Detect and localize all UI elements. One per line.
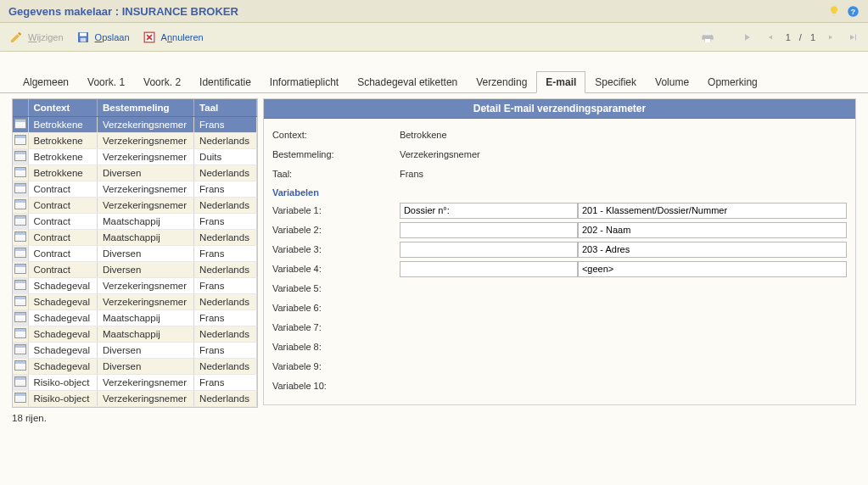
row-selector-icon[interactable] xyxy=(13,294,28,310)
bestemmeling-label: Bestemmeling: xyxy=(272,149,400,159)
cell: Betrokkene xyxy=(28,149,98,165)
cell: Contract xyxy=(28,230,98,246)
tab-schadegeval-etiketten[interactable]: Schadegeval etiketten xyxy=(348,71,467,93)
nav-next-icon[interactable] xyxy=(824,31,837,44)
cell: Verzekeringsnemer xyxy=(98,149,194,165)
table-row[interactable]: ContractVerzekeringsnemerNederlands xyxy=(13,198,256,214)
variable-lookup-input[interactable] xyxy=(578,261,847,277)
table-row[interactable]: ContractMaatschappijNederlands xyxy=(13,230,256,246)
row-selector-icon[interactable] xyxy=(13,262,28,278)
row-selector-icon[interactable] xyxy=(13,165,28,181)
save-button[interactable]: Opslaan xyxy=(76,30,130,45)
row-selector-icon[interactable] xyxy=(13,375,28,391)
save-label[interactable]: Opslaan xyxy=(95,32,130,42)
tab-algemeen[interactable]: Algemeen xyxy=(14,71,78,93)
cell: Diversen xyxy=(98,262,194,278)
variable-text-input[interactable] xyxy=(400,222,578,238)
row-selector-icon[interactable] xyxy=(13,326,28,343)
table-row[interactable]: ContractDiversenNederlands xyxy=(13,262,256,278)
row-selector-icon[interactable] xyxy=(13,343,28,359)
grid: ContextBestemmelingTaal BetrokkeneVerzek… xyxy=(12,98,258,408)
variable-text-input[interactable] xyxy=(400,203,578,219)
row-selector-icon[interactable] xyxy=(13,391,28,407)
svg-rect-8 xyxy=(745,34,746,40)
row-selector-icon[interactable] xyxy=(13,198,28,214)
variable-lookup-input[interactable] xyxy=(578,242,847,258)
save-icon xyxy=(76,30,91,45)
toolbar: Wijzigen Opslaan Annuleren 1 / 1 xyxy=(0,23,868,52)
table-row[interactable]: ContractDiversenFrans xyxy=(13,246,256,262)
tab-voork-2[interactable]: Voork. 2 xyxy=(134,71,190,93)
variable-lookup-input[interactable] xyxy=(578,203,847,219)
cancel-button[interactable]: Annuleren xyxy=(142,30,204,45)
cell: Contract xyxy=(28,262,98,278)
lightbulb-icon[interactable] xyxy=(827,4,841,18)
col-context[interactable]: Context xyxy=(28,99,98,117)
row-selector-icon[interactable] xyxy=(13,181,28,198)
table-row[interactable]: Risiko-objectVerzekeringsnemerFrans xyxy=(13,375,256,391)
cell: Diversen xyxy=(98,343,194,359)
cell: Diversen xyxy=(98,246,194,262)
variable-label: Variabele 5: xyxy=(272,283,400,293)
bestemmeling-value: Verzekeringsnemer xyxy=(400,149,480,159)
edit-label: Wijzigen xyxy=(28,32,64,42)
table-row[interactable]: SchadegevalVerzekeringsnemerNederlands xyxy=(13,294,256,310)
nav-prev-icon[interactable] xyxy=(764,31,777,44)
print-icon[interactable] xyxy=(699,30,716,45)
tab-volume[interactable]: Volume xyxy=(646,71,698,93)
tab-specifiek[interactable]: Specifiek xyxy=(585,71,646,93)
tab-informatieplicht[interactable]: Informatieplicht xyxy=(260,71,348,93)
table-row[interactable]: Risiko-objectVerzekeringsnemerNederlands xyxy=(13,391,256,407)
table-row[interactable]: SchadegevalDiversenNederlands xyxy=(13,359,256,375)
row-selector-icon[interactable] xyxy=(13,117,28,133)
tab-verzending[interactable]: Verzending xyxy=(467,71,536,93)
cell: Schadegeval xyxy=(28,310,98,326)
variable-text-input[interactable] xyxy=(400,261,578,277)
context-value: Betrokkene xyxy=(400,130,447,140)
table-row[interactable]: BetrokkeneDiversenNederlands xyxy=(13,165,256,181)
cancel-icon xyxy=(142,30,157,45)
variable-lookup-input[interactable] xyxy=(578,222,847,238)
table-row[interactable]: SchadegevalMaatschappijFrans xyxy=(13,310,256,326)
table-row[interactable]: SchadegevalMaatschappijNederlands xyxy=(13,326,256,343)
row-selector-icon[interactable] xyxy=(13,359,28,375)
tab-e-mail[interactable]: E-mail xyxy=(536,71,585,93)
col-taal[interactable]: Taal xyxy=(194,99,257,117)
table-row[interactable]: BetrokkeneVerzekeringsnemerFrans xyxy=(13,117,256,133)
table-row[interactable]: SchadegevalDiversenFrans xyxy=(13,343,256,359)
cell: Nederlands xyxy=(194,326,257,343)
tab-voork-1[interactable]: Voork. 1 xyxy=(78,71,134,93)
table-row[interactable]: ContractVerzekeringsnemerFrans xyxy=(13,181,256,198)
cancel-label[interactable]: Annuleren xyxy=(161,32,204,42)
help-icon[interactable]: ? xyxy=(846,4,860,18)
row-selector-icon[interactable] xyxy=(13,310,28,326)
nav-last-icon[interactable] xyxy=(846,31,860,44)
row-selector-icon[interactable] xyxy=(13,214,28,230)
tab-opmerking[interactable]: Opmerking xyxy=(698,71,767,93)
row-selector-icon[interactable] xyxy=(13,278,28,294)
variable-row: Variabele 9: xyxy=(272,357,847,376)
row-selector-icon[interactable] xyxy=(13,230,28,246)
cell: Schadegeval xyxy=(28,359,98,375)
cell: Schadegeval xyxy=(28,294,98,310)
tab-identificatie[interactable]: Identificatie xyxy=(190,71,260,93)
variable-row: Variabele 3: xyxy=(272,240,847,259)
variabelen-title: Variabelen xyxy=(272,184,847,201)
variable-row: Variabele 1: xyxy=(272,201,847,220)
table-row[interactable]: BetrokkeneVerzekeringsnemerDuits xyxy=(13,149,256,165)
svg-rect-3 xyxy=(80,32,87,36)
table-row[interactable]: SchadegevalVerzekeringsnemerFrans xyxy=(13,278,256,294)
cell: Betrokkene xyxy=(28,133,98,149)
variable-text-input[interactable] xyxy=(400,242,578,258)
row-selector-icon[interactable] xyxy=(13,246,28,262)
cell: Schadegeval xyxy=(28,343,98,359)
table-row[interactable]: ContractMaatschappijFrans xyxy=(13,214,256,230)
svg-rect-9 xyxy=(855,34,856,40)
row-selector-icon[interactable] xyxy=(13,133,28,149)
col-bestemmeling[interactable]: Bestemmeling xyxy=(98,99,194,117)
table-row[interactable]: BetrokkeneVerzekeringsnemerNederlands xyxy=(13,133,256,149)
variable-label: Variabele 8: xyxy=(272,342,400,352)
nav-first-icon[interactable] xyxy=(742,31,755,44)
detail-header: Detail E-mail verzendingsparameter xyxy=(264,99,855,119)
row-selector-icon[interactable] xyxy=(13,149,28,165)
